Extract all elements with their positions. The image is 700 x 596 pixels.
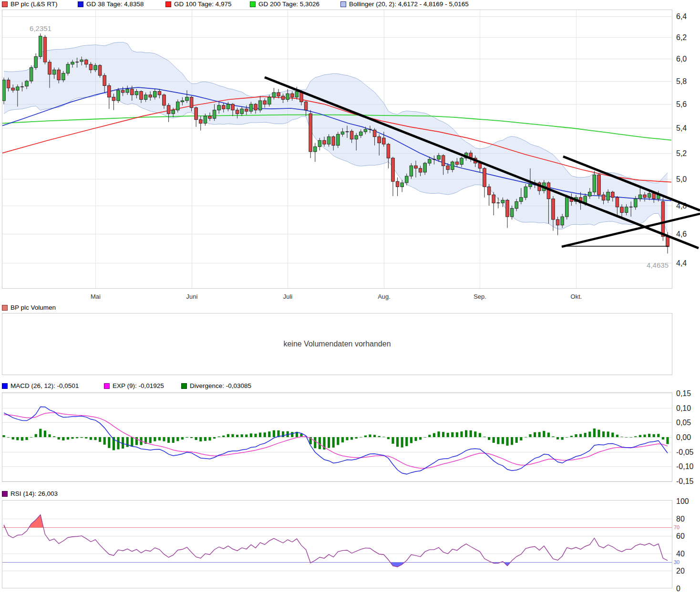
legend-label-divergence: Divergence: -0,03085 [190, 382, 251, 390]
svg-text:4,8: 4,8 [676, 202, 687, 210]
svg-text:Mai: Mai [91, 293, 101, 300]
legend-item-volume: BP plc Volumen [2, 304, 56, 312]
legend-label-gd38: GD 38 Tage: 4,8358 [86, 0, 144, 8]
legend-label-gd200: GD 200 Tage: 5,3026 [258, 0, 319, 8]
legend-label-bollinger: Bollinger (20, 2): 4,6172 - 4,8169 - 5,0… [349, 0, 469, 8]
svg-text:0: 0 [676, 585, 680, 593]
exp-series-swatch [104, 383, 110, 389]
svg-text:4,4: 4,4 [676, 259, 687, 267]
svg-text:30: 30 [674, 559, 679, 565]
legend-item-rsi: RSI (14): 26,003 [2, 490, 58, 498]
svg-text:5,0: 5,0 [676, 175, 687, 183]
price-legend: BP plc (L&S RT) GD 38 Tage: 4,8358 GD 10… [0, 0, 700, 8]
legend-label-volume: BP plc Volumen [10, 304, 56, 312]
price-panel-plot[interactable] [2, 10, 672, 289]
svg-text:5,6: 5,6 [676, 100, 687, 108]
svg-text:70: 70 [674, 524, 679, 530]
legend-item-bollinger: Bollinger (20, 2): 4,6172 - 4,8169 - 5,0… [340, 0, 469, 8]
volume-legend: BP plc Volumen [0, 304, 700, 312]
rsi-panel-plot[interactable] [2, 500, 672, 588]
svg-text:-0,15: -0,15 [676, 477, 694, 485]
svg-text:6,4: 6,4 [676, 12, 687, 21]
svg-text:20: 20 [676, 567, 685, 575]
svg-text:Juli: Juli [283, 293, 293, 300]
macd-panel-plot[interactable] [2, 392, 672, 482]
rsi-series-swatch [2, 491, 8, 497]
svg-text:80: 80 [676, 515, 685, 523]
legend-label-exp: EXP (9): -0,01925 [113, 382, 164, 390]
svg-text:100: 100 [676, 497, 689, 505]
low-price-label: 4,4635 [635, 261, 669, 269]
svg-text:Sep.: Sep. [474, 293, 486, 300]
svg-text:60: 60 [676, 532, 685, 540]
divergence-series-swatch [181, 383, 187, 389]
bollinger-series-swatch [340, 1, 346, 7]
legend-label-bp: BP plc (L&S RT) [10, 0, 58, 8]
legend-item-bp: BP plc (L&S RT) [2, 0, 58, 8]
volume-series-swatch [2, 305, 8, 311]
svg-text:0,05: 0,05 [676, 418, 691, 427]
legend-item-divergence: Divergence: -0,03085 [181, 382, 251, 390]
no-volume-data-message: keine Volumendaten vorhanden [2, 340, 672, 348]
svg-text:40: 40 [676, 550, 685, 558]
legend-item-gd38: GD 38 Tage: 4,8358 [78, 0, 144, 8]
svg-text:5,8: 5,8 [676, 77, 687, 85]
svg-text:0,15: 0,15 [676, 389, 691, 397]
gd38-series-swatch [78, 1, 83, 7]
svg-text:0,10: 0,10 [676, 404, 691, 412]
svg-text:Aug.: Aug. [378, 293, 391, 300]
legend-item-gd100: GD 100 Tage: 4,975 [165, 0, 232, 8]
stock-chart-app: BP plc (L&S RT) GD 38 Tage: 4,8358 GD 10… [0, 0, 700, 596]
legend-item-exp: EXP (9): -0,01925 [104, 382, 164, 390]
svg-text:0,00: 0,00 [676, 433, 691, 441]
legend-item-macd: MACD (26, 12): -0,0501 [2, 382, 79, 390]
macd-legend: MACD (26, 12): -0,0501 EXP (9): -0,01925… [0, 382, 700, 390]
svg-text:6,0: 6,0 [676, 55, 687, 63]
svg-text:-0,10: -0,10 [676, 462, 694, 471]
legend-label-gd100: GD 100 Tage: 4,975 [174, 0, 232, 8]
svg-text:Okt.: Okt. [571, 293, 582, 300]
legend-item-gd200: GD 200 Tage: 5,3026 [250, 0, 319, 8]
svg-text:Juni: Juni [186, 293, 198, 300]
gd100-series-swatch [165, 1, 171, 7]
rsi-legend: RSI (14): 26,003 [0, 490, 700, 498]
bp-series-swatch [2, 1, 8, 7]
high-price-label: 6,2351 [23, 24, 58, 32]
macd-series-swatch [2, 383, 8, 389]
svg-text:-0,05: -0,05 [676, 448, 694, 456]
svg-text:5,2: 5,2 [676, 149, 687, 157]
svg-text:4,6: 4,6 [676, 230, 687, 238]
gd200-series-swatch [250, 1, 256, 7]
svg-text:6,2: 6,2 [676, 33, 687, 42]
legend-label-macd: MACD (26, 12): -0,0501 [10, 382, 79, 390]
svg-text:5,4: 5,4 [676, 124, 687, 132]
legend-label-rsi: RSI (14): 26,003 [10, 490, 58, 498]
